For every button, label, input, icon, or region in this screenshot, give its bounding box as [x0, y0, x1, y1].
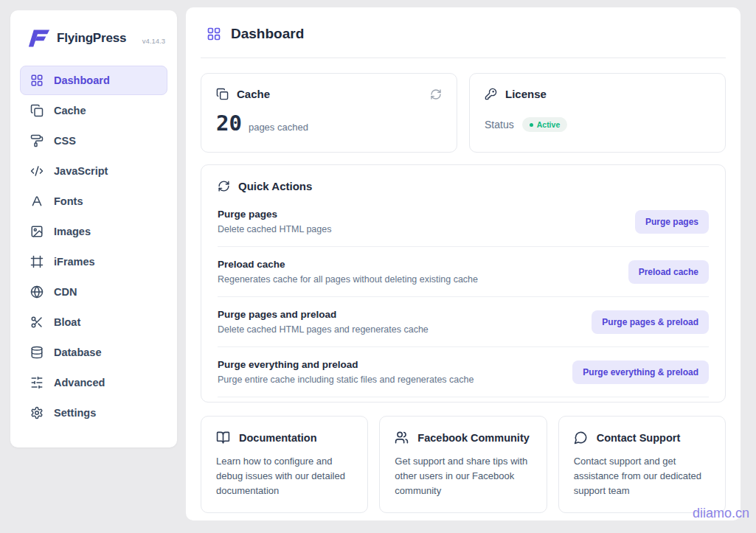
- sidebar-item-label: Database: [54, 346, 101, 358]
- sliders-icon: [30, 376, 44, 389]
- flyingpress-logo-icon: [27, 29, 50, 48]
- grid-icon: [30, 74, 44, 87]
- sidebar-item-fonts[interactable]: Fonts: [20, 187, 167, 216]
- cache-card: Cache 20 pages cached: [201, 73, 457, 153]
- copy-icon: [216, 88, 229, 100]
- cached-pages-count: 20: [216, 111, 242, 136]
- info-card-description: Contact support and get assistance from …: [574, 454, 710, 498]
- info-card-title: Contact Support: [597, 432, 681, 444]
- quick-action-description: Delete cached HTML pages and regenerates…: [218, 324, 429, 335]
- app-version: v4.14.3: [142, 32, 165, 45]
- refresh-cache-count-button[interactable]: [430, 88, 442, 100]
- cache-card-header: Cache: [216, 88, 442, 100]
- key-icon: [485, 88, 497, 100]
- code-icon: [30, 164, 44, 178]
- info-cards-row: Documentation Learn how to configure and…: [201, 416, 726, 513]
- refresh-icon: [430, 88, 442, 100]
- cached-pages-suffix: pages cached: [249, 122, 308, 133]
- main-content: Cache 20 pages cached License Status: [186, 58, 741, 528]
- sidebar-item-bloat[interactable]: Bloat: [20, 307, 167, 337]
- sidebar-item-label: CDN: [54, 286, 77, 298]
- license-status-badge: Active: [522, 117, 568, 132]
- license-status-label: Status: [485, 119, 514, 130]
- sidebar-item-javascript[interactable]: JavaScript: [20, 156, 167, 186]
- sidebar-item-advanced[interactable]: Advanced: [20, 368, 167, 397]
- sidebar-item-images[interactable]: Images: [20, 217, 167, 246]
- gear-icon: [30, 406, 44, 419]
- cache-card-title: Cache: [237, 88, 270, 100]
- main-panel: Dashboard Cache 20 pages cached: [186, 7, 741, 520]
- info-card-documentation[interactable]: Documentation Learn how to configure and…: [201, 416, 368, 513]
- chat-icon: [574, 431, 588, 445]
- info-card-title: Facebook Community: [417, 432, 529, 444]
- license-card: License Status Active: [469, 73, 726, 153]
- sidebar-item-label: CSS: [54, 135, 76, 147]
- sidebar-item-label: Dashboard: [54, 74, 110, 86]
- info-card-title: Documentation: [239, 432, 317, 444]
- sidebar-item-database[interactable]: Database: [20, 338, 167, 367]
- refresh-icon: [218, 180, 230, 192]
- sidebar-item-cache[interactable]: Cache: [20, 96, 167, 125]
- sidebar-item-cdn[interactable]: CDN: [20, 277, 167, 307]
- quick-action-row: Purge pages Delete cached HTML pages Pur…: [218, 197, 709, 247]
- quick-action-title: Purge pages and preload: [218, 309, 429, 320]
- globe-icon: [30, 285, 44, 299]
- page-header: Dashboard: [186, 7, 741, 58]
- letter-a-icon: [30, 195, 44, 208]
- license-status-row: Status Active: [485, 117, 710, 132]
- quick-action-button[interactable]: Preload cache: [628, 260, 709, 284]
- info-card-description: Get support and share tips with other us…: [395, 454, 531, 498]
- frame-icon: [30, 255, 44, 268]
- sidebar-item-label: Settings: [54, 407, 96, 419]
- info-card-contact-support[interactable]: Contact Support Contact support and get …: [558, 416, 726, 513]
- info-card-description: Learn how to configure and debug issues …: [216, 454, 353, 498]
- license-card-header: License: [485, 88, 710, 100]
- sidebar-item-label: JavaScript: [54, 165, 108, 177]
- page-title: Dashboard: [231, 26, 304, 42]
- quick-action-row: Purge pages and preload Delete cached HT…: [218, 297, 709, 347]
- sidebar-item-label: Bloat: [54, 316, 80, 328]
- quick-action-button[interactable]: Purge pages: [635, 210, 709, 234]
- cache-stat: 20 pages cached: [216, 111, 442, 136]
- quick-action-description: Purge entire cache including static file…: [218, 375, 474, 385]
- scissors-icon: [30, 316, 44, 329]
- quick-actions-title: Quick Actions: [238, 180, 312, 192]
- quick-action-title: Preload cache: [218, 259, 478, 270]
- users-icon: [395, 431, 409, 445]
- image-icon: [30, 225, 44, 238]
- sidebar-item-label: Advanced: [54, 377, 105, 389]
- sidebar: FlyingPress v4.14.3 Dashboard Cache CSS: [10, 10, 177, 447]
- sidebar-item-css[interactable]: CSS: [20, 126, 167, 156]
- dashboard-grid-icon: [207, 27, 221, 41]
- app-name: FlyingPress: [57, 31, 126, 46]
- sidebar-item-settings[interactable]: Settings: [20, 398, 167, 428]
- book-icon: [216, 431, 230, 445]
- copy-icon: [30, 104, 44, 117]
- sidebar-item-dashboard[interactable]: Dashboard: [20, 66, 167, 95]
- quick-actions-header: Quick Actions: [218, 180, 709, 197]
- sidebar-item-label: iFrames: [54, 256, 95, 268]
- paint-roller-icon: [30, 134, 44, 147]
- quick-action-row: Preload cache Regenerates cache for all …: [218, 247, 709, 297]
- stats-row: Cache 20 pages cached License Status: [201, 73, 726, 153]
- sidebar-item-label: Cache: [54, 105, 86, 116]
- license-card-title: License: [505, 88, 547, 100]
- status-dot-icon: [530, 123, 533, 127]
- database-icon: [30, 346, 44, 359]
- watermark: diiamo.cn: [693, 506, 749, 521]
- license-status-value: Active: [537, 120, 561, 129]
- logo-row: FlyingPress v4.14.3: [10, 10, 177, 60]
- quick-action-row: Purge everything and preload Purge entir…: [218, 347, 709, 397]
- quick-action-title: Purge pages: [218, 209, 331, 220]
- info-card-facebook-community[interactable]: Facebook Community Get support and share…: [379, 416, 547, 513]
- quick-action-button[interactable]: Purge everything & preload: [572, 360, 709, 384]
- quick-action-description: Regenerates cache for all pages without …: [218, 274, 478, 285]
- sidebar-item-iframes[interactable]: iFrames: [20, 247, 167, 276]
- quick-action-description: Delete cached HTML pages: [218, 224, 331, 234]
- sidebar-item-label: Images: [54, 226, 91, 237]
- quick-actions-card: Quick Actions Purge pages Delete cached …: [201, 164, 726, 403]
- quick-action-title: Purge everything and preload: [218, 359, 474, 370]
- quick-action-button[interactable]: Purge pages & preload: [592, 310, 709, 334]
- sidebar-nav: Dashboard Cache CSS JavaScript: [10, 60, 177, 434]
- sidebar-item-label: Fonts: [54, 195, 83, 207]
